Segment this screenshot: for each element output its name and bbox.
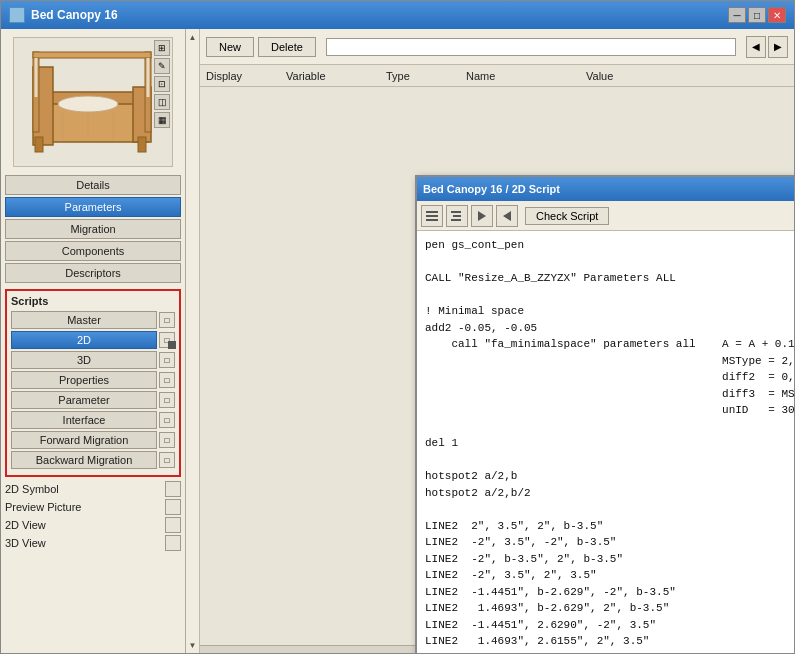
- new-button[interactable]: New: [206, 37, 254, 57]
- backward-migration-icon[interactable]: □: [159, 452, 175, 468]
- thumbnail-area: ⊞ ✎ ⊡ ◫ ▦: [13, 37, 173, 167]
- 3d-script-icon[interactable]: □: [159, 352, 175, 368]
- nav-strip-down[interactable]: ▼: [187, 639, 199, 651]
- svg-marker-21: [478, 211, 486, 221]
- col-name-header: Name: [466, 70, 586, 82]
- bed-preview-icon: [23, 47, 163, 157]
- close-button[interactable]: ✕: [768, 7, 786, 23]
- script-toolbar-icon-2: [450, 209, 464, 223]
- title-bar: Bed Canopy 16 ─ □ ✕: [1, 1, 794, 29]
- details-button[interactable]: Details: [5, 175, 181, 195]
- sidebar-icons: ⊞ ✎ ⊡ ◫ ▦: [154, 40, 170, 128]
- check-script-button[interactable]: Check Script: [525, 207, 609, 225]
- master-script-icon[interactable]: □: [159, 312, 175, 328]
- title-bar-controls: ─ □ ✕: [728, 7, 786, 23]
- col-variable-header: Variable: [286, 70, 386, 82]
- descriptors-button[interactable]: Descriptors: [5, 263, 181, 283]
- dialog-tool-1[interactable]: [421, 205, 443, 227]
- tool-icon-3[interactable]: ⊡: [154, 76, 170, 92]
- interface-script-row: Interface □: [11, 411, 175, 429]
- svg-rect-8: [33, 52, 151, 58]
- properties-script-row: Properties □: [11, 371, 175, 389]
- parameters-button[interactable]: Parameters: [5, 197, 181, 217]
- search-input[interactable]: [326, 38, 736, 56]
- preview-item: Preview Picture: [5, 499, 181, 515]
- master-script-row: Master □: [11, 311, 175, 329]
- main-area-wrapper: Bed Canopy 16 / 2D Script ─ □ ✕: [200, 87, 794, 653]
- toolbar: New Delete ◀ ▶: [200, 29, 794, 65]
- forward-migration-row: Forward Migration □: [11, 431, 175, 449]
- prev-button[interactable]: ◀: [746, 36, 766, 58]
- left-sidebar: ⊞ ✎ ⊡ ◫ ▦ Details Parameters Migration C…: [1, 29, 186, 653]
- parameter-script-row: Parameter □: [11, 391, 175, 409]
- scripts-section: Scripts Master □ 2D □ 3D □ Pro: [5, 289, 181, 477]
- 2d-script-row: 2D □: [11, 331, 175, 349]
- svg-rect-20: [451, 219, 461, 221]
- search-box: [326, 38, 736, 56]
- 3d-script-button[interactable]: 3D: [11, 351, 157, 369]
- svg-rect-16: [426, 215, 438, 217]
- col-value-header: Value: [586, 70, 788, 82]
- svg-rect-4: [35, 137, 43, 152]
- parameter-script-icon[interactable]: □: [159, 392, 175, 408]
- script-toolbar-icon-1: [425, 209, 439, 223]
- parameter-script-button[interactable]: Parameter: [11, 391, 157, 409]
- script-content[interactable]: pen gs_cont_pen CALL "Resize_A_B_ZZYZX" …: [417, 231, 794, 653]
- svg-rect-19: [453, 215, 461, 217]
- forward-migration-icon[interactable]: □: [159, 432, 175, 448]
- dialog-tool-2[interactable]: [446, 205, 468, 227]
- tool-icon-2[interactable]: ✎: [154, 58, 170, 74]
- 2d-script-button[interactable]: 2D: [11, 331, 157, 349]
- maximize-button[interactable]: □: [748, 7, 766, 23]
- properties-script-icon[interactable]: □: [159, 372, 175, 388]
- nav-arrows: ◀ ▶: [746, 36, 788, 58]
- view-2d-item: 2D View: [5, 517, 181, 533]
- symbol-2d-icon[interactable]: [165, 481, 181, 497]
- master-script-button[interactable]: Master: [11, 311, 157, 329]
- col-type-header: Type: [386, 70, 466, 82]
- 2d-script-icon[interactable]: □: [159, 332, 175, 348]
- dialog-tool-3[interactable]: [471, 205, 493, 227]
- tool-icon-4[interactable]: ◫: [154, 94, 170, 110]
- scripts-label: Scripts: [11, 295, 175, 307]
- nav-buttons: Details Parameters Migration Components …: [5, 175, 181, 283]
- dialog-tool-4[interactable]: [496, 205, 518, 227]
- svg-point-11: [58, 96, 118, 112]
- main-content: ⊞ ✎ ⊡ ◫ ▦ Details Parameters Migration C…: [1, 29, 794, 653]
- app-icon: [9, 7, 25, 23]
- svg-rect-18: [451, 211, 461, 213]
- view-3d-label: 3D View: [5, 537, 163, 549]
- minimize-button[interactable]: ─: [728, 7, 746, 23]
- preview-icon[interactable]: [165, 499, 181, 515]
- tool-icon-1[interactable]: ⊞: [154, 40, 170, 56]
- symbol-2d-label: 2D Symbol: [5, 483, 163, 495]
- symbol-2d-item: 2D Symbol: [5, 481, 181, 497]
- main-window: Bed Canopy 16 ─ □ ✕: [0, 0, 795, 654]
- 3d-script-row: 3D □: [11, 351, 175, 369]
- table-header: Display Variable Type Name Value: [200, 65, 794, 87]
- view-2d-label: 2D View: [5, 519, 163, 531]
- view-3d-icon[interactable]: [165, 535, 181, 551]
- col-display-header: Display: [206, 70, 286, 82]
- bottom-items: 2D Symbol Preview Picture 2D View 3D Vie…: [5, 481, 181, 553]
- svg-marker-22: [503, 211, 511, 221]
- delete-button[interactable]: Delete: [258, 37, 316, 57]
- backward-migration-button[interactable]: Backward Migration: [11, 451, 157, 469]
- interface-script-button[interactable]: Interface: [11, 411, 157, 429]
- svg-rect-17: [426, 219, 438, 221]
- dialog-title-bar: Bed Canopy 16 / 2D Script ─ □ ✕: [417, 177, 794, 201]
- dialog-toolbar: Check Script: [417, 201, 794, 231]
- right-main: New Delete ◀ ▶ Display Variable Type Nam…: [200, 29, 794, 653]
- next-button[interactable]: ▶: [768, 36, 788, 58]
- tool-icon-5[interactable]: ▦: [154, 112, 170, 128]
- properties-script-button[interactable]: Properties: [11, 371, 157, 389]
- backward-migration-row: Backward Migration □: [11, 451, 175, 469]
- nav-strip-up[interactable]: ▲: [187, 31, 199, 43]
- svg-rect-5: [138, 137, 146, 152]
- migration-button[interactable]: Migration: [5, 219, 181, 239]
- preview-label: Preview Picture: [5, 501, 163, 513]
- components-button[interactable]: Components: [5, 241, 181, 261]
- forward-migration-button[interactable]: Forward Migration: [11, 431, 157, 449]
- view-2d-icon[interactable]: [165, 517, 181, 533]
- interface-script-icon[interactable]: □: [159, 412, 175, 428]
